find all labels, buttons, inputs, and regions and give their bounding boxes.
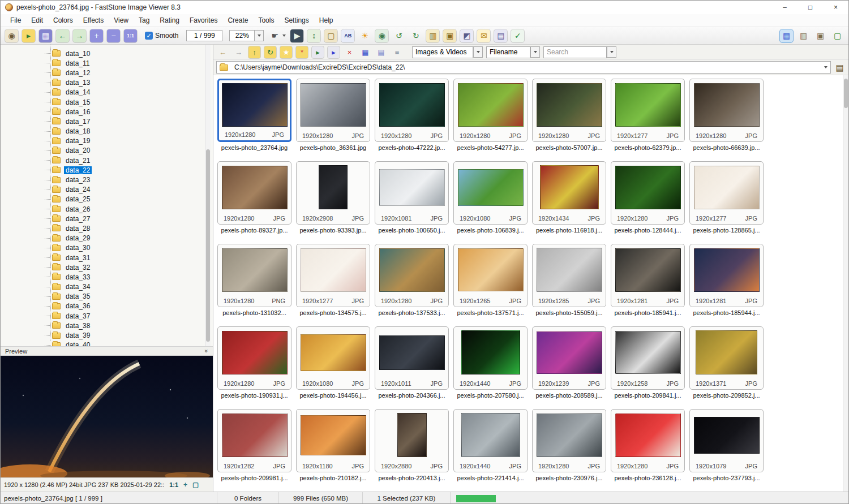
hand-dropdown-icon[interactable] [282, 35, 286, 37]
next-image-icon[interactable]: → [73, 29, 86, 42]
thumbnail-view-icon[interactable]: ▦ [780, 29, 793, 42]
viewer-view-icon[interactable]: ▣ [814, 29, 827, 42]
screen-capture-icon[interactable]: ▣ [443, 29, 456, 42]
maximize-button[interactable]: □ [797, 1, 823, 14]
thumbnail-card[interactable]: 1920x1280PNG [217, 244, 291, 307]
folder-item-data_34[interactable]: data_34 [1, 282, 213, 292]
thumbnail-card[interactable]: 1920x2880JPG [375, 409, 449, 472]
thumbnail-card[interactable]: 1920x1280JPG [296, 79, 370, 142]
menu-settings[interactable]: Settings [279, 15, 314, 25]
fullscreen-icon[interactable]: ▢ [831, 29, 844, 42]
refresh-folder-icon[interactable]: ↻ [264, 46, 276, 58]
thumbnail-card[interactable]: 1920x1280JPG [532, 409, 606, 472]
email-icon[interactable]: ✉ [477, 29, 490, 42]
folder-item-data_21[interactable]: data_21 [1, 156, 213, 165]
thumbnail-card[interactable]: 1920x1080JPG [296, 326, 370, 390]
folder-item-data_10[interactable]: data_10 [1, 49, 213, 58]
thumbnail-card[interactable]: 1920x1280JPG [375, 244, 449, 307]
folder-item-data_22[interactable]: data_22 [1, 165, 213, 175]
folder-item-data_35[interactable]: data_35 [1, 292, 213, 301]
thumbnail-card[interactable]: 1920x1280JPG [453, 79, 528, 142]
folder-item-data_39[interactable]: data_39 [1, 330, 213, 340]
thumbnail-card[interactable]: 1920x1440JPG [453, 326, 528, 390]
thumbnail-card[interactable]: 1920x1080JPG [453, 161, 528, 225]
menu-create[interactable]: Create [222, 15, 253, 25]
move-to-icon[interactable]: ▸ [328, 46, 340, 58]
folder-item-data_27[interactable]: data_27 [1, 214, 213, 223]
settings-check-icon[interactable]: ✓ [511, 29, 524, 42]
up-folder-icon[interactable]: ↑ [248, 46, 260, 58]
menu-file[interactable]: File [5, 15, 26, 25]
zoom-in-icon[interactable]: + [90, 29, 103, 42]
back-icon[interactable]: ← [217, 46, 229, 58]
thumbnail-card[interactable]: 1920x1277JPG [689, 161, 764, 225]
folder-item-data_29[interactable]: data_29 [1, 234, 213, 243]
thumbnail-card[interactable]: 1920x1280JPG [532, 79, 606, 142]
position-input[interactable] [186, 30, 222, 41]
thumbnail-card[interactable]: 1920x1265JPG [453, 244, 528, 307]
favorites-folder-icon[interactable]: ★ [280, 46, 292, 58]
thumbnail-card[interactable]: 1920x1434JPG [532, 161, 606, 225]
sort-select[interactable] [486, 46, 530, 58]
folder-item-data_17[interactable]: data_17 [1, 117, 213, 126]
prev-image-icon[interactable]: ← [56, 29, 69, 42]
folder-item-data_25[interactable]: data_25 [1, 195, 213, 204]
folder-item-data_31[interactable]: data_31 [1, 253, 213, 262]
file-filter-select[interactable] [412, 46, 473, 58]
address-dropdown-icon[interactable] [824, 66, 827, 68]
rotate-left-icon[interactable]: ↺ [392, 29, 405, 42]
folder-item-data_38[interactable]: data_38 [1, 321, 213, 330]
scanner-icon[interactable]: ◩ [460, 29, 473, 42]
menu-tools[interactable]: Tools [253, 15, 279, 25]
new-folder-icon[interactable]: * [296, 46, 308, 58]
collapse-preview-icon[interactable]: » [204, 350, 210, 353]
menu-help[interactable]: Help [314, 15, 338, 25]
tree-scrollbar[interactable] [205, 45, 211, 346]
folder-item-data_28[interactable]: data_28 [1, 223, 213, 233]
hand-tool-icon[interactable]: ☛ [268, 29, 281, 42]
thumbnail-card[interactable]: 1920x1371JPG [689, 326, 764, 390]
search-input[interactable] [543, 46, 607, 58]
slideshow-icon[interactable]: ▶ [290, 29, 303, 42]
thumbnail-card[interactable]: 1920x1239JPG [532, 326, 606, 390]
thumbnail-card[interactable]: 1920x1440JPG [453, 409, 528, 472]
folder-item-data_33[interactable]: data_33 [1, 272, 213, 282]
smooth-checkbox[interactable]: ✓ [145, 32, 153, 40]
save-icon[interactable]: ▦ [39, 29, 52, 42]
compare-icon[interactable]: ▥ [426, 29, 439, 42]
thumbnail-card[interactable]: 1920x1280JPG [375, 79, 449, 142]
menu-colors[interactable]: Colors [48, 15, 78, 25]
thumbnail-card[interactable]: 1920x1079JPG [689, 409, 764, 472]
folder-item-data_16[interactable]: data_16 [1, 107, 213, 117]
folder-item-data_30[interactable]: data_30 [1, 243, 213, 253]
forward-icon[interactable]: → [233, 46, 245, 58]
brightness-icon[interactable]: ☀ [358, 29, 371, 42]
thumbnail-card[interactable]: 1920x1280JPG [689, 79, 764, 142]
menu-favorites[interactable]: Favorites [185, 15, 222, 25]
folder-item-data_24[interactable]: data_24 [1, 185, 213, 195]
folder-item-data_14[interactable]: data_14 [1, 88, 213, 97]
folder-item-data_15[interactable]: data_15 [1, 97, 213, 107]
thumbnail-card[interactable]: 1920x1280JPG [611, 409, 685, 472]
search-dropdown-icon[interactable] [607, 46, 616, 58]
thumbnail-card[interactable]: 1920x1277JPG [611, 79, 685, 142]
thumbnail-card[interactable]: 1920x1180JPG [296, 409, 370, 472]
menu-rating[interactable]: Rating [155, 15, 185, 25]
zoom-input[interactable] [229, 30, 254, 41]
clone-stamp-icon[interactable]: ◉ [375, 29, 388, 42]
browser-view-icon[interactable]: ▥ [797, 29, 810, 42]
thumbnail-card[interactable]: 1920x1280JPG [217, 79, 291, 142]
sort-dropdown-icon[interactable] [530, 46, 540, 58]
folder-item-data_18[interactable]: data_18 [1, 127, 213, 136]
thumbnail-card[interactable]: 1920x1277JPG [296, 244, 370, 307]
grid-view-icon[interactable]: ▦ [359, 46, 371, 58]
folder-item-data_23[interactable]: data_23 [1, 175, 213, 184]
thumbnail-card[interactable]: 1920x1081JPG [375, 161, 449, 225]
thumbnail-card[interactable]: 1920x1280JPG [217, 326, 291, 390]
folder-item-data_32[interactable]: data_32 [1, 262, 213, 272]
grid-scrollbar[interactable] [843, 75, 848, 492]
folder-item-data_36[interactable]: data_36 [1, 301, 213, 311]
thumbnail-card[interactable]: 1920x1281JPG [689, 244, 764, 307]
pan-icon[interactable]: + [183, 481, 187, 489]
filter-dropdown-icon[interactable] [473, 46, 483, 58]
